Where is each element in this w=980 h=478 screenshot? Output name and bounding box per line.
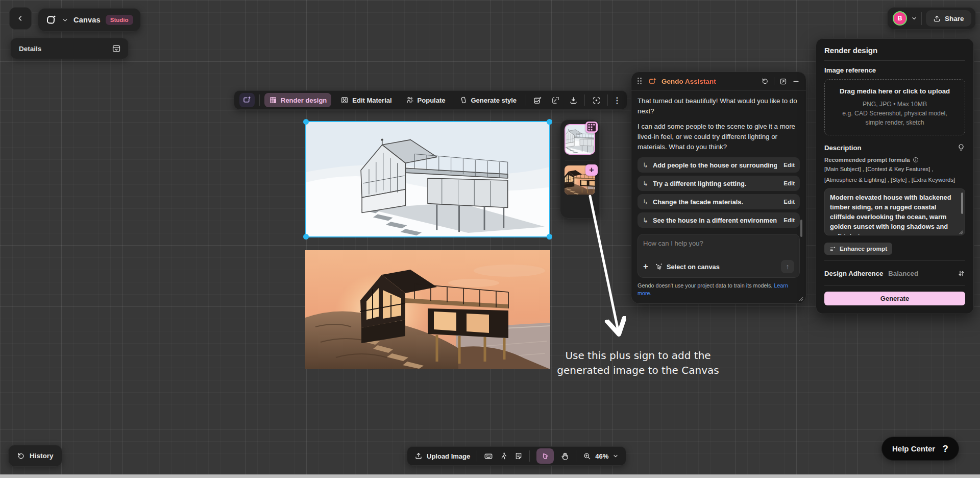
suggestion-label: See the house in a different environment… xyxy=(653,217,777,224)
chevron-left-icon xyxy=(16,14,24,22)
question-mark-icon: ? xyxy=(942,443,948,455)
annotation-caption: Use this plus sign to add the generated … xyxy=(554,348,722,378)
suggestion-environment[interactable]: ↳ See the house in a different environme… xyxy=(638,212,800,228)
tool-render-design[interactable]: Render design xyxy=(264,93,331,107)
tool-populate[interactable]: Populate xyxy=(401,93,450,107)
send-button[interactable]: ↑ xyxy=(781,260,794,273)
select-tool-button-active[interactable] xyxy=(536,448,554,464)
prompt-textarea[interactable]: Modern elevated house with blackened tim… xyxy=(824,188,965,235)
tool-label: Render design xyxy=(281,97,327,104)
horizontal-scrollbar[interactable] xyxy=(0,474,980,478)
hand-tool-button[interactable] xyxy=(560,452,569,461)
assistant-header[interactable]: Gendo Assistant xyxy=(631,72,806,91)
history-button[interactable]: History xyxy=(8,445,62,467)
suggestion-edit-button[interactable]: Edit xyxy=(783,217,795,223)
generation-thumbnail-strip: + xyxy=(560,119,600,219)
divider xyxy=(565,160,595,160)
generated-render-image[interactable] xyxy=(305,250,550,369)
avatar[interactable]: B xyxy=(893,11,907,26)
account-share-pill: B Share xyxy=(887,7,976,30)
prompt-scrollbar[interactable] xyxy=(961,193,963,214)
tool-edit-material[interactable]: Edit Material xyxy=(336,93,396,107)
selected-cad-image[interactable] xyxy=(305,121,550,237)
image-upscale-button[interactable] xyxy=(549,93,562,107)
zoom-in-icon[interactable] xyxy=(583,452,591,460)
download-button[interactable] xyxy=(567,93,580,107)
selection-handle-tl[interactable] xyxy=(303,119,309,125)
branch-arrow-icon: ↳ xyxy=(643,161,648,169)
add-to-canvas-plus-button[interactable]: + xyxy=(585,164,598,176)
zoom-chevron-down-icon[interactable] xyxy=(612,453,619,459)
account-chevron-down-icon[interactable] xyxy=(911,15,917,21)
selection-handle-tr[interactable] xyxy=(547,119,552,125)
selection-handle-br[interactable] xyxy=(547,234,552,240)
enhance-prompt-button[interactable]: Enhance prompt xyxy=(824,243,892,255)
enhance-prompt-label: Enhance prompt xyxy=(840,245,887,252)
suggestion-edit-button[interactable]: Edit xyxy=(783,199,795,205)
back-button[interactable] xyxy=(9,7,32,30)
notes-button[interactable] xyxy=(514,452,523,460)
select-on-canvas-button[interactable]: Select on canvas xyxy=(655,263,720,271)
footer-text: Gendo doesn't use your project data to t… xyxy=(638,282,774,289)
sliders-icon[interactable] xyxy=(958,270,965,277)
upload-image-label: Upload Image xyxy=(427,452,470,460)
formula-line-1: [Main Subject] , [Context & Key Features… xyxy=(824,165,965,174)
facade-grid-icon xyxy=(269,96,277,104)
assistant-input-placeholder: How can I help you? xyxy=(643,240,794,247)
attach-plus-button[interactable]: + xyxy=(643,261,648,272)
info-icon[interactable] xyxy=(913,157,919,163)
populate-person-button[interactable] xyxy=(500,452,508,460)
image-expand-icon xyxy=(551,96,560,105)
help-center-button[interactable]: Help Center ? xyxy=(881,437,959,461)
drag-handle-icon[interactable] xyxy=(638,78,644,85)
assistant-input-box[interactable]: How can I help you? + Select on canvas ↑ xyxy=(638,234,800,278)
panel-resize-handle[interactable] xyxy=(799,297,803,301)
lightbulb-icon[interactable] xyxy=(957,144,965,152)
divider xyxy=(477,450,477,462)
design-adherence-row[interactable]: Design Adherence Balanced xyxy=(824,267,965,280)
suggestion-facade[interactable]: ↳ Change the facade materials. Edit xyxy=(638,194,800,209)
tool-generate-style[interactable]: Generate style xyxy=(455,93,522,107)
minimize-icon[interactable] xyxy=(792,78,800,85)
chevron-down-icon[interactable] xyxy=(62,17,68,23)
selection-handle-bl[interactable] xyxy=(303,234,309,240)
assistant-footer: Gendo doesn't use your project data to t… xyxy=(638,282,800,297)
app-menu-pill[interactable]: Canvas Studio xyxy=(38,8,141,32)
expand-panel-icon[interactable] xyxy=(779,78,787,85)
more-options-button[interactable]: ⋮ xyxy=(612,95,622,105)
zoom-level[interactable]: 46% xyxy=(595,452,608,460)
render-design-panel: Render design Image reference Drag media… xyxy=(816,38,974,314)
generate-button[interactable]: Generate xyxy=(824,292,965,305)
reset-chat-icon[interactable] xyxy=(761,78,769,85)
suggestion-label: Try a different lighting setting. xyxy=(653,180,777,187)
prompt-resize-handle[interactable] xyxy=(959,230,963,234)
cursor-sparkle-icon xyxy=(655,263,663,271)
upload-image-button[interactable]: Upload Image xyxy=(414,452,470,460)
thumbnail-render[interactable]: + xyxy=(565,165,595,195)
tool-label: Generate style xyxy=(471,97,517,104)
details-panel[interactable]: Details xyxy=(10,38,129,59)
branch-arrow-icon: ↳ xyxy=(643,217,648,224)
details-collapse-icon[interactable] xyxy=(112,44,121,53)
focus-view-button[interactable] xyxy=(590,93,603,107)
tool-label: Edit Material xyxy=(352,97,391,104)
thumbnail-cad[interactable] xyxy=(565,124,595,155)
assistant-message: That turned out beautifully! What would … xyxy=(638,96,800,116)
style-card-icon xyxy=(459,96,468,104)
shortcuts-keyboard-button[interactable] xyxy=(484,451,493,461)
media-upload-dropzone[interactable]: Drag media here or click to upload PNG, … xyxy=(824,79,965,135)
share-button[interactable]: Share xyxy=(926,10,971,27)
sunset-house-image xyxy=(305,250,550,369)
suggestions-scrollbar[interactable] xyxy=(800,220,802,237)
suggestion-add-people[interactable]: ↳ Add people to the house or surrounding… xyxy=(638,157,800,173)
suggestion-lighting[interactable]: ↳ Try a different lighting setting. Edit xyxy=(638,176,800,191)
select-on-canvas-label: Select on canvas xyxy=(667,263,720,271)
formula-line-2: [Atmosphere & Lighting] , [Style] , [Ext… xyxy=(824,176,965,184)
image-generate-button[interactable] xyxy=(531,93,544,107)
suggestion-edit-button[interactable]: Edit xyxy=(783,162,795,168)
description-label: Description xyxy=(824,144,862,152)
suggestion-edit-button[interactable]: Edit xyxy=(783,180,795,186)
canvas-viewport[interactable]: Canvas Studio Details B Share xyxy=(0,0,980,478)
download-icon xyxy=(569,96,578,105)
ai-frame-button[interactable] xyxy=(239,93,255,107)
